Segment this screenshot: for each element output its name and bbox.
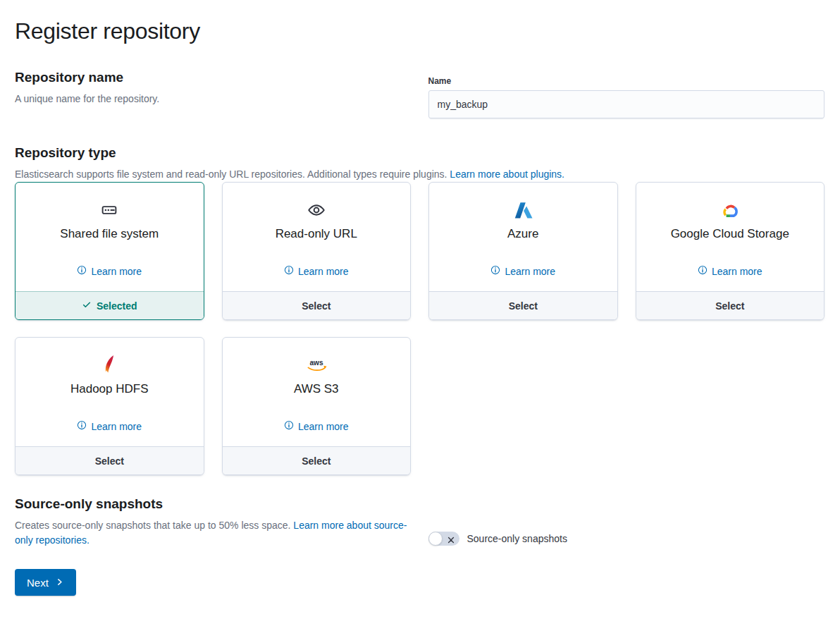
repository-type-description-text: Elasticsearch supports file system and r… <box>15 169 447 180</box>
learn-more-plugins-link[interactable]: Learn more about plugins. <box>450 169 564 180</box>
page-title: Register repository <box>15 18 824 44</box>
card-azure[interactable]: Azure Learn more Select <box>428 182 618 320</box>
info-icon <box>284 265 294 277</box>
learn-more-label: Learn more <box>91 421 142 432</box>
card-body: Google Cloud Storage Learn more <box>636 183 824 291</box>
cross-icon <box>447 534 455 547</box>
learn-more-label: Learn more <box>91 266 142 277</box>
card-title: AWS S3 <box>294 382 339 396</box>
apache-feather-icon <box>104 353 115 377</box>
source-only-description-text: Creates source-only snapshots that take … <box>15 520 290 531</box>
learn-more-label: Learn more <box>505 266 555 277</box>
learn-more-link[interactable]: Learn more <box>77 265 142 281</box>
info-icon <box>490 265 500 277</box>
repository-type-section: Repository type Elasticsearch supports f… <box>15 145 824 475</box>
learn-more-link[interactable]: Learn more <box>77 420 142 436</box>
card-action-label: Select <box>95 455 124 467</box>
source-only-section: Source-only snapshots Creates source-onl… <box>15 496 824 548</box>
card-action-label: Select <box>509 300 538 312</box>
register-repository-page: Register repository Repository name A un… <box>0 0 840 613</box>
check-icon <box>82 300 92 312</box>
learn-more-link[interactable]: Learn more <box>284 265 349 281</box>
repository-name-text: Repository name A unique name for the re… <box>15 70 412 118</box>
repository-name-heading: Repository name <box>15 70 412 85</box>
card-title: Hadoop HDFS <box>70 382 149 396</box>
card-google-cloud-storage[interactable]: Google Cloud Storage Learn more <box>636 182 825 320</box>
select-button[interactable]: Select <box>16 446 204 474</box>
info-icon <box>77 265 87 277</box>
card-action-label: Select <box>715 300 744 312</box>
google-cloud-icon <box>721 198 739 222</box>
eye-icon <box>307 198 326 222</box>
next-button[interactable]: Next <box>15 569 76 596</box>
svg-text:aws: aws <box>309 359 323 367</box>
source-only-description: Creates source-only snapshots that take … <box>15 518 412 548</box>
learn-more-label: Learn more <box>712 266 762 277</box>
source-only-toggle-group: Source-only snapshots <box>428 496 825 548</box>
card-read-only-url[interactable]: Read-only URL Learn more Select <box>222 182 412 320</box>
toggle-thumb <box>428 532 443 546</box>
card-action-label: Selected <box>97 300 137 312</box>
select-button[interactable]: Select <box>429 291 617 319</box>
card-body: Hadoop HDFS Learn more <box>16 338 204 446</box>
card-aws-s3[interactable]: aws AWS S3 <box>222 337 412 475</box>
card-title: Shared file system <box>60 227 159 241</box>
learn-more-link[interactable]: Learn more <box>698 265 762 281</box>
source-only-toggle[interactable] <box>428 532 459 546</box>
info-icon <box>698 265 708 277</box>
card-body: Read-only URL Learn more <box>223 183 411 291</box>
storage-icon <box>101 198 118 222</box>
repository-type-heading: Repository type <box>15 145 824 161</box>
source-only-text: Source-only snapshots Creates source-onl… <box>15 496 412 548</box>
card-title: Azure <box>507 227 538 241</box>
card-body: aws AWS S3 <box>223 338 411 446</box>
selected-indicator[interactable]: Selected <box>16 291 204 319</box>
card-hadoop-hdfs[interactable]: Hadoop HDFS Learn more Select <box>15 337 204 475</box>
repository-name-description: A unique name for the repository. <box>15 92 412 106</box>
card-title: Read-only URL <box>276 227 357 241</box>
card-action-label: Select <box>302 455 331 467</box>
card-action-label: Select <box>302 300 331 312</box>
select-button[interactable]: Select <box>223 291 411 319</box>
select-button[interactable]: Select <box>223 446 411 474</box>
next-button-label: Next <box>27 577 49 589</box>
chevron-right-icon <box>55 577 64 589</box>
learn-more-link[interactable]: Learn more <box>490 265 555 281</box>
card-shared-file-system[interactable]: Shared file system Learn more <box>15 182 204 320</box>
name-input[interactable] <box>428 90 825 118</box>
info-icon <box>77 420 87 432</box>
learn-more-link[interactable]: Learn more <box>284 420 349 436</box>
toggle-label[interactable]: Source-only snapshots <box>467 533 567 544</box>
aws-icon: aws <box>305 353 328 377</box>
select-button[interactable]: Select <box>636 291 824 319</box>
repository-type-description: Elasticsearch supports file system and r… <box>15 167 824 182</box>
repository-name-form: Name <box>428 70 825 118</box>
repository-name-section: Repository name A unique name for the re… <box>15 70 824 118</box>
card-title: Google Cloud Storage <box>671 227 789 241</box>
learn-more-label: Learn more <box>298 266 349 277</box>
learn-more-label: Learn more <box>298 421 349 432</box>
card-body: Shared file system Learn more <box>16 183 204 291</box>
source-only-heading: Source-only snapshots <box>15 496 412 512</box>
azure-icon <box>513 198 533 222</box>
info-icon <box>284 420 294 432</box>
repository-type-card-grid: Shared file system Learn more <box>15 182 824 475</box>
card-body: Azure Learn more <box>429 183 617 291</box>
name-field-label: Name <box>428 76 825 86</box>
